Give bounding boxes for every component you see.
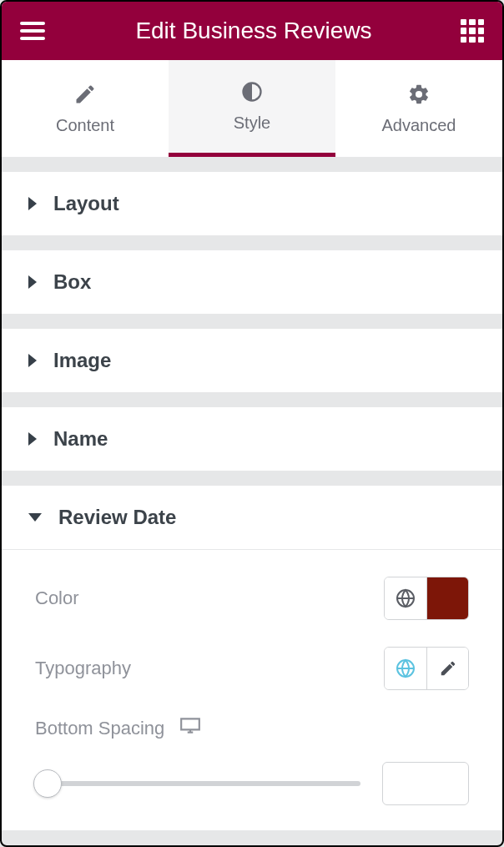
section-name-title: Name [53, 427, 108, 451]
header-title: Edit Business Reviews [47, 18, 461, 44]
contrast-icon [240, 80, 264, 103]
typography-edit-button[interactable] [426, 648, 468, 689]
color-label: Color [35, 587, 79, 609]
section-layout[interactable]: Layout [2, 172, 502, 235]
tab-advanced-label: Advanced [382, 116, 456, 135]
section-name[interactable]: Name [2, 407, 502, 471]
menu-icon[interactable] [20, 18, 47, 44]
bottom-spacing-label: Bottom Spacing [35, 718, 164, 739]
bottom-spacing-input[interactable] [382, 762, 469, 805]
globe-icon [396, 658, 416, 678]
color-swatch-button[interactable] [426, 577, 468, 619]
globe-icon [396, 588, 416, 608]
caret-right-icon [28, 432, 37, 446]
typography-label: Typography [35, 658, 131, 679]
section-layout-title: Layout [53, 192, 119, 215]
tab-content-label: Content [56, 116, 114, 135]
tab-advanced[interactable]: Advanced [335, 60, 502, 157]
typography-global-button[interactable] [385, 648, 426, 689]
tab-style-label: Style [234, 113, 270, 133]
section-box-title: Box [53, 270, 91, 294]
slider-track [35, 781, 360, 786]
gear-icon [407, 83, 431, 106]
pencil-icon [73, 83, 97, 106]
pencil-icon [439, 659, 457, 678]
apps-icon[interactable] [461, 19, 484, 43]
device-desktop-button[interactable] [179, 717, 201, 740]
color-picker-group [384, 577, 469, 620]
caret-down-icon [28, 513, 42, 522]
caret-right-icon [28, 275, 37, 289]
bottom-spacing-slider[interactable] [35, 769, 360, 799]
section-image-title: Image [53, 349, 111, 372]
caret-right-icon [28, 197, 37, 210]
section-box[interactable]: Box [2, 250, 502, 314]
tab-style[interactable]: Style [169, 60, 335, 157]
color-global-button[interactable] [385, 577, 426, 619]
slider-thumb[interactable] [33, 769, 62, 798]
monitor-icon [179, 717, 201, 735]
typography-group [384, 647, 469, 690]
caret-right-icon [28, 354, 37, 367]
section-image[interactable]: Image [2, 329, 502, 392]
section-review-date-title: Review Date [58, 506, 176, 529]
section-review-date[interactable]: Review Date [2, 486, 502, 549]
tab-content[interactable]: Content [2, 60, 169, 157]
